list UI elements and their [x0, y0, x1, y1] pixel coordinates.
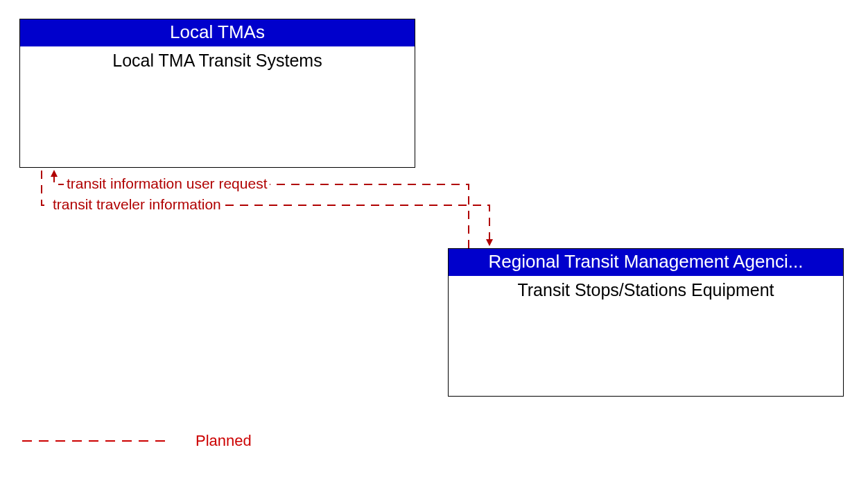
entity-box-local-tma: Local TMAs Local TMA Transit Systems	[19, 19, 415, 168]
entity-header-local-tma: Local TMAs	[20, 19, 415, 46]
entity-body-local-tma: Local TMA Transit Systems	[20, 46, 415, 71]
entity-body-transit-stops: Transit Stops/Stations Equipment	[449, 276, 843, 300]
legend-label-planned: Planned	[196, 432, 252, 450]
flow-label-request: transit information user request	[64, 175, 270, 192]
flow-label-info: transit traveler information	[50, 196, 224, 213]
entity-header-transit-stops: Regional Transit Management Agenci...	[449, 249, 843, 276]
entity-box-transit-stops: Regional Transit Management Agenci... Tr…	[448, 248, 844, 397]
